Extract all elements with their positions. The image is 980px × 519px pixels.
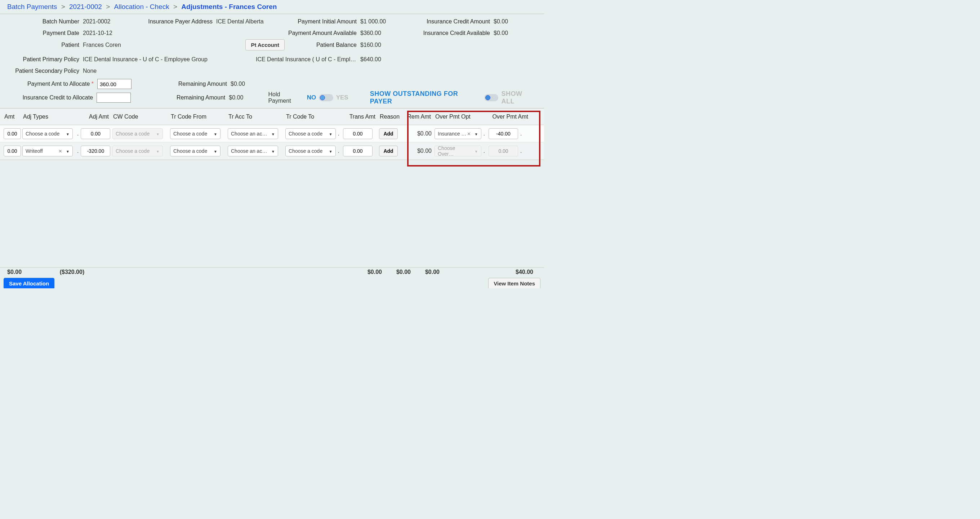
value-patient-balance: $160.00 bbox=[360, 42, 404, 48]
breadcrumb: Batch Payments > 2021-0002 > Allocation … bbox=[0, 0, 544, 14]
breadcrumb-link-alloc[interactable]: Allocation - Check bbox=[114, 3, 169, 10]
totals-row: $0.00 ($320.00) $0.00 $0.00 $0.00 $40.00 bbox=[0, 268, 544, 277]
label-payment-date: Payment Date bbox=[7, 30, 83, 37]
value-primary-policy: ICE Dental Insurance - U of C - Employee… bbox=[83, 56, 256, 63]
total-reason: $0.00 bbox=[382, 269, 411, 275]
view-item-notes-button[interactable]: View Item Notes bbox=[488, 278, 541, 288]
label-secondary-policy: Patient Secondary Policy bbox=[7, 68, 83, 74]
payment-allocate-input[interactable] bbox=[97, 79, 132, 89]
tr-from-dropdown[interactable]: Choose a code bbox=[170, 128, 221, 139]
amt-input[interactable] bbox=[3, 128, 21, 139]
label-batch-number: Batch Number bbox=[7, 18, 83, 25]
col-tr-acc: Tr Acc To bbox=[226, 113, 284, 120]
tr-acc-dropdown[interactable]: Choose an ac… bbox=[228, 128, 278, 139]
adj-type-dropdown[interactable]: Choose a code bbox=[22, 128, 73, 139]
value-remaining-1: $0.00 bbox=[231, 81, 267, 87]
label-pmt-avail: Payment Amount Available bbox=[285, 30, 360, 37]
breadcrumb-sep: > bbox=[173, 3, 177, 10]
chevron-down-icon bbox=[212, 148, 217, 154]
value-primary-policy-short: ICE Dental Insurance ( U of C - Empl… bbox=[256, 56, 360, 63]
dropdown-placeholder: Choose a code bbox=[116, 131, 150, 137]
value-patient: Frances Coren bbox=[83, 42, 144, 48]
dropdown-placeholder: Choose a code bbox=[25, 131, 59, 137]
label-remaining-2: Remaining Amount bbox=[140, 94, 229, 101]
value-payment-date: 2021-10-12 bbox=[83, 30, 144, 37]
breadcrumb-sep: > bbox=[106, 3, 110, 10]
label-ins-credit-amt: Insurance Credit Amount bbox=[404, 18, 493, 25]
dropdown-placeholder: Choose a code bbox=[116, 148, 150, 154]
adj-amt-input[interactable] bbox=[81, 128, 110, 139]
value-payer-address: ICE Dental Alberta bbox=[216, 18, 285, 25]
dropdown-placeholder: Choose a code bbox=[289, 148, 323, 154]
table-header: Amt Adj Types Adj Amt CW Code Tr Code Fr… bbox=[0, 108, 544, 125]
label-patient: Patient bbox=[7, 42, 83, 48]
footer: $0.00 ($320.00) $0.00 $0.00 $0.00 $40.00… bbox=[0, 267, 544, 288]
dropdown-placeholder: Choose Over… bbox=[438, 145, 473, 157]
chevron-down-icon bbox=[154, 131, 160, 137]
table-row: Writeoff ✕ . Choose a code Choose a code… bbox=[0, 142, 544, 160]
chevron-down-icon bbox=[269, 131, 275, 137]
total-trans: $0.00 bbox=[119, 269, 382, 275]
col-over-opt: Over Pmt Opt bbox=[433, 113, 487, 120]
add-button[interactable]: Add bbox=[379, 146, 398, 156]
dropdown-placeholder: Choose an ac… bbox=[231, 131, 267, 137]
trans-amt-input[interactable] bbox=[343, 128, 372, 139]
pt-account-button[interactable]: Pt Account bbox=[245, 39, 285, 51]
over-amt-input[interactable] bbox=[488, 128, 518, 139]
hold-payment-toggle[interactable] bbox=[319, 94, 333, 101]
chevron-down-icon bbox=[473, 148, 478, 154]
add-button[interactable]: Add bbox=[379, 128, 398, 139]
value-batch-number: 2021-0002 bbox=[83, 18, 144, 25]
breadcrumb-link-id[interactable]: 2021-0002 bbox=[69, 3, 102, 10]
total-amt: $0.00 bbox=[3, 269, 25, 275]
dropdown-placeholder: Choose a code bbox=[289, 131, 323, 137]
over-opt-dropdown[interactable]: Choose Over… bbox=[434, 146, 481, 156]
hold-no-label: NO bbox=[307, 94, 317, 101]
value-remaining-2: $0.00 bbox=[229, 94, 264, 101]
chevron-down-icon bbox=[154, 148, 160, 154]
col-amt: Amt bbox=[2, 113, 21, 120]
adj-type-dropdown[interactable]: Writeoff ✕ bbox=[22, 146, 73, 156]
table-row: Choose a code . Choose a code Choose a c… bbox=[0, 125, 544, 142]
label-pmt-alloc: Payment Amt to Allocate * bbox=[7, 81, 97, 87]
chevron-down-icon bbox=[473, 131, 478, 137]
adj-amt-input[interactable] bbox=[81, 146, 110, 156]
show-outstanding-toggle[interactable] bbox=[484, 94, 499, 101]
over-amt-input bbox=[488, 146, 518, 156]
tr-to-dropdown[interactable]: Choose a code bbox=[285, 128, 336, 139]
col-trans-amt: Trans Amt bbox=[342, 113, 378, 120]
clear-icon[interactable]: ✕ bbox=[467, 131, 471, 137]
tr-acc-dropdown[interactable]: Choose an ac… bbox=[228, 146, 278, 156]
over-opt-dropdown[interactable]: Insurance … ✕ bbox=[434, 128, 481, 139]
cw-code-dropdown: Choose a code bbox=[112, 146, 163, 156]
total-rem: $0.00 bbox=[411, 269, 439, 275]
tr-to-dropdown[interactable]: Choose a code bbox=[285, 146, 336, 156]
trans-amt-input[interactable] bbox=[343, 146, 372, 156]
chevron-down-icon bbox=[269, 148, 275, 154]
value-ins-credit-avail: $0.00 bbox=[493, 30, 522, 37]
breadcrumb-current: Adjustments - Frances Coren bbox=[181, 3, 277, 10]
value-primary-policy-amt: $640.00 bbox=[360, 56, 381, 63]
label-payer-address: Insurance Payer Address bbox=[144, 18, 216, 25]
chevron-down-icon bbox=[212, 131, 217, 137]
save-allocation-button[interactable]: Save Allocation bbox=[3, 278, 54, 288]
chevron-down-icon bbox=[64, 148, 70, 154]
label-primary-policy: Patient Primary Policy bbox=[7, 56, 83, 63]
tr-from-dropdown[interactable]: Choose a code bbox=[170, 146, 221, 156]
col-over-amt: Over Pmt Amt bbox=[487, 113, 530, 120]
ins-credit-allocate-input[interactable] bbox=[97, 92, 131, 103]
col-tr-to: Tr Code To bbox=[284, 113, 342, 120]
value-pmt-initial: $1 000.00 bbox=[360, 18, 404, 25]
rem-amt-value: $0.00 bbox=[406, 148, 432, 154]
clear-icon[interactable]: ✕ bbox=[58, 148, 62, 154]
total-adj: ($320.00) bbox=[25, 269, 119, 275]
cw-code-dropdown: Choose a code bbox=[112, 128, 163, 139]
hold-yes-label: YES bbox=[336, 94, 348, 101]
dropdown-placeholder: Choose a code bbox=[173, 131, 207, 137]
total-over: $40.00 bbox=[439, 269, 533, 275]
label-patient-balance: Patient Balance bbox=[285, 42, 360, 48]
amt-input[interactable] bbox=[3, 146, 21, 156]
col-rem-amt: Rem Amt bbox=[404, 113, 433, 120]
col-cw-code: CW Code bbox=[111, 113, 169, 120]
breadcrumb-link-batch[interactable]: Batch Payments bbox=[7, 3, 57, 10]
